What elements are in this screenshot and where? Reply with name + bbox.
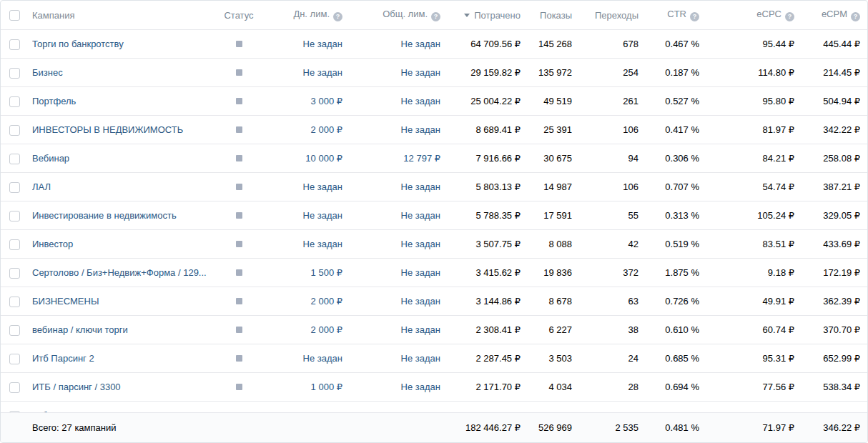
row-checkbox[interactable] [9,154,20,164]
row-checkbox[interactable] [9,96,20,107]
help-icon[interactable]: ? [431,12,440,21]
ecpm-value: 445.44 ₽ [802,39,867,49]
total-limit-link[interactable]: Не задан [401,67,440,78]
daily-limit-link[interactable]: Не задан [303,353,342,364]
ecpm-value: 329.05 ₽ [802,210,867,221]
ecpc-value: 84.21 ₽ [706,153,802,164]
total-limit-link[interactable]: 12 797 ₽ [403,153,440,164]
total-limit-link[interactable]: Не задан [401,353,440,364]
row-checkbox[interactable] [9,354,20,364]
campaign-link[interactable]: Инвестор [32,239,73,249]
campaign-link[interactable]: Портфель [32,96,76,106]
col-header-ctr[interactable]: CTR? [646,9,706,21]
col-header-clicks[interactable]: Переходы [579,10,646,21]
ecpm-value: 433.69 ₽ [802,239,867,249]
footer-ctr-total: 0.481 % [646,422,706,433]
table-body: Торги по банкротству Не задан Не задан 6… [1,30,867,430]
col-header-ecpm[interactable]: eCPM? [802,9,867,21]
ecpc-value: 95.44 ₽ [706,39,802,49]
campaign-link[interactable]: БИЗНЕСМЕНЫ [32,296,99,307]
campaign-link[interactable]: Вебинар [32,153,69,164]
total-limit-link[interactable]: Не задан [401,239,440,249]
ctr-value: 0.694 % [646,382,706,392]
row-checkbox[interactable] [9,268,20,279]
daily-limit-link[interactable]: 10 000 ₽ [305,153,342,164]
total-limit-link[interactable]: Не задан [401,39,440,49]
campaign-link[interactable]: Торги по банкротству [32,39,124,49]
col-header-ecpc[interactable]: eCPC? [706,9,802,21]
ecpm-value: 504.94 ₽ [802,96,867,106]
status-paused-icon [236,269,242,276]
col-header-spent[interactable]: Потрачено [448,10,528,21]
help-icon[interactable]: ? [690,12,699,21]
col-header-ecpm-label: eCPM [822,9,847,19]
col-header-status[interactable]: Статус [213,10,265,21]
row-checkbox[interactable] [9,239,20,250]
table-row: ИТБ / парсинг / 3300 1 000 ₽ Не задан 2 … [1,373,867,402]
row-checkbox[interactable] [9,68,20,79]
status-paused-icon [236,126,242,133]
ecpm-value: 342.22 ₽ [802,124,867,135]
campaign-link[interactable]: вебинар / ключи торги [32,324,128,335]
impressions-value: 135 972 [528,67,579,78]
impressions-value: 14 987 [528,181,579,192]
col-header-impressions[interactable]: Показы [528,10,579,21]
total-limit-link[interactable]: Не задан [401,210,440,221]
campaign-link[interactable]: ИТБ / парсинг / 3300 [32,382,121,392]
ecpc-value: 83.51 ₽ [706,239,802,249]
row-checkbox[interactable] [9,325,20,336]
total-limit-link[interactable]: Не задан [401,124,440,135]
daily-limit-link[interactable]: Не задан [303,67,342,78]
campaign-link[interactable]: Итб Парсинг 2 [32,353,94,364]
daily-limit-link[interactable]: 2 000 ₽ [311,296,342,307]
impressions-value: 8 678 [528,296,579,307]
row-checkbox[interactable] [9,125,20,136]
daily-limit-link[interactable]: Не задан [303,181,342,192]
table-footer: Всего: 27 кампаний 182 446.27 ₽ 526 969 … [1,412,867,442]
ecpc-value: 95.31 ₽ [706,353,802,364]
row-checkbox[interactable] [9,382,20,393]
row-checkbox[interactable] [9,39,20,50]
table-header: Кампания Статус Дн. лим.? Общ. лим.? Пот… [1,1,867,30]
campaign-link[interactable]: Инвестирование в недвижимость [32,210,177,221]
campaign-link[interactable]: ЛАЛ [32,181,51,192]
daily-limit-link[interactable]: 2 000 ₽ [311,324,342,335]
total-limit-link[interactable]: Не задан [401,324,440,335]
col-header-total-limit[interactable]: Общ. лим.? [350,9,448,21]
row-checkbox[interactable] [9,182,20,193]
col-header-daily-limit[interactable]: Дн. лим.? [265,9,350,21]
daily-limit-link[interactable]: 1 000 ₽ [311,382,342,392]
ecpm-value: 387.21 ₽ [802,181,867,192]
total-limit-link[interactable]: Не задан [401,267,440,278]
daily-limit-link[interactable]: 3 000 ₽ [311,96,342,106]
ecpc-value: 60.74 ₽ [706,324,802,335]
ecpc-value: 49.91 ₽ [706,296,802,307]
spent-value: 3 507.75 ₽ [448,239,528,249]
help-icon[interactable]: ? [851,12,860,21]
ctr-value: 0.685 % [646,353,706,364]
clicks-value: 254 [579,67,646,78]
daily-limit-link[interactable]: 2 000 ₽ [311,124,342,135]
col-header-ctr-label: CTR [667,9,686,19]
daily-limit-link[interactable]: 1 500 ₽ [311,267,342,278]
daily-limit-link[interactable]: Не задан [303,239,342,249]
spent-value: 64 709.56 ₽ [448,39,528,49]
clicks-value: 678 [579,39,646,49]
daily-limit-link[interactable]: Не задан [303,39,342,49]
impressions-value: 4 034 [528,382,579,392]
campaign-link[interactable]: Сертолово / Биз+Недвиж+Форма / 129... [32,267,207,278]
total-limit-link[interactable]: Не задан [401,296,440,307]
select-all-checkbox[interactable] [9,10,20,21]
total-limit-link[interactable]: Не задан [401,181,440,192]
col-header-campaign[interactable]: Кампания [32,10,213,21]
ecpm-value: 362.39 ₽ [802,296,867,307]
campaign-link[interactable]: ИНВЕСТОРЫ В НЕДВИЖИМОСТЬ [32,124,183,135]
help-icon[interactable]: ? [785,12,794,21]
total-limit-link[interactable]: Не задан [401,382,440,392]
daily-limit-link[interactable]: Не задан [303,210,342,221]
campaign-link[interactable]: Бизнес [32,67,63,78]
help-icon[interactable]: ? [333,12,342,21]
total-limit-link[interactable]: Не задан [401,96,440,106]
row-checkbox[interactable] [9,211,20,222]
row-checkbox[interactable] [9,297,20,307]
